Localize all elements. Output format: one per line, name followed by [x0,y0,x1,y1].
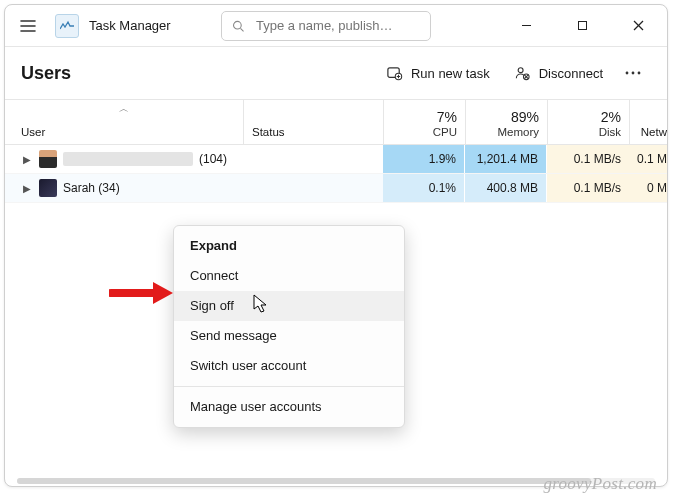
expand-chevron-icon[interactable]: ▶ [21,154,33,165]
titlebar: Task Manager [5,5,667,47]
menu-button[interactable] [11,9,45,43]
search-icon [232,19,244,33]
menu-item-switch-user[interactable]: Switch user account [174,351,404,381]
cell-user: ▶ Sarah (34) [5,179,243,197]
column-memory[interactable]: 89% Memory [465,100,547,144]
expand-chevron-icon[interactable]: ▶ [21,183,33,194]
column-cpu-pct: 7% [437,109,457,125]
column-cpu-label: CPU [433,126,457,138]
column-user-label: User [21,126,243,138]
user-name: Sarah (34) [63,181,120,195]
cell-cpu: 0.1% [383,174,465,202]
disconnect-icon [514,65,531,82]
column-disk[interactable]: 2% Disk [547,100,629,144]
disconnect-button[interactable]: Disconnect [502,56,615,90]
menu-separator [174,386,404,387]
svg-rect-3 [578,22,586,30]
more-icon [625,71,641,75]
avatar [39,150,57,168]
mouse-cursor-icon [253,294,271,314]
cell-disk: 0.1 MB/s [547,145,629,173]
user-name-redacted [63,152,193,166]
command-bar: Users Run new task Disconnect [5,47,667,99]
app-title: Task Manager [89,18,171,33]
cell-memory: 1,201.4 MB [465,145,547,173]
svg-point-14 [626,72,629,75]
cell-cpu: 1.9% [383,145,465,173]
cell-memory: 400.8 MB [465,174,547,202]
search-box[interactable] [221,11,431,41]
cell-network: 0.1 M [629,145,667,173]
column-user[interactable]: ︿ User [5,100,243,144]
column-network[interactable]: Netw [629,100,667,144]
menu-item-expand[interactable]: Expand [174,231,404,261]
table-row[interactable]: ▶ Sarah (34) 0.1% 400.8 MB 0.1 MB/s 0 M [5,174,667,203]
page-title: Users [21,63,71,84]
column-status[interactable]: Status [243,100,383,144]
table-header: ︿ User Status 7% CPU 89% Memory 2% Disk … [5,99,667,145]
run-new-task-label: Run new task [411,66,490,81]
svg-line-1 [240,28,243,31]
more-button[interactable] [615,56,651,90]
sort-indicator-icon: ︿ [119,102,129,116]
annotation-arrow [109,280,175,306]
svg-point-16 [638,72,641,75]
users-table: ︿ User Status 7% CPU 89% Memory 2% Disk … [5,99,667,203]
minimize-button[interactable] [503,5,549,47]
svg-point-15 [632,72,635,75]
cell-user: ▶ (104) [5,150,243,168]
context-menu: Expand Connect Sign off Send message Swi… [173,225,405,428]
column-network-label: Netw [641,126,667,138]
close-button[interactable] [615,5,661,47]
menu-item-sign-off[interactable]: Sign off [174,291,404,321]
column-cpu[interactable]: 7% CPU [383,100,465,144]
svg-point-0 [233,21,241,29]
cell-disk: 0.1 MB/s [547,174,629,202]
run-new-task-icon [386,65,403,82]
run-new-task-button[interactable]: Run new task [374,56,502,90]
maximize-button[interactable] [559,5,605,47]
table-row[interactable]: ▶ (104) 1.9% 1,201.4 MB 0.1 MB/s 0.1 M [5,145,667,174]
menu-item-manage-users[interactable]: Manage user accounts [174,392,404,422]
svg-point-10 [518,67,523,72]
column-status-label: Status [252,126,285,138]
avatar [39,179,57,197]
column-memory-pct: 89% [511,109,539,125]
menu-item-connect[interactable]: Connect [174,261,404,291]
search-input[interactable] [254,17,420,34]
column-memory-label: Memory [497,126,539,138]
user-name-suffix: (104) [199,152,227,166]
column-disk-label: Disk [599,126,621,138]
task-manager-window: Task Manager Users Run new task Disconne… [4,4,668,487]
disconnect-label: Disconnect [539,66,603,81]
scrollbar-thumb[interactable] [17,478,591,484]
menu-item-send-message[interactable]: Send message [174,321,404,351]
app-icon [55,14,79,38]
cell-network: 0 M [629,174,667,202]
watermark: groovyPost.com [543,474,657,494]
column-disk-pct: 2% [601,109,621,125]
